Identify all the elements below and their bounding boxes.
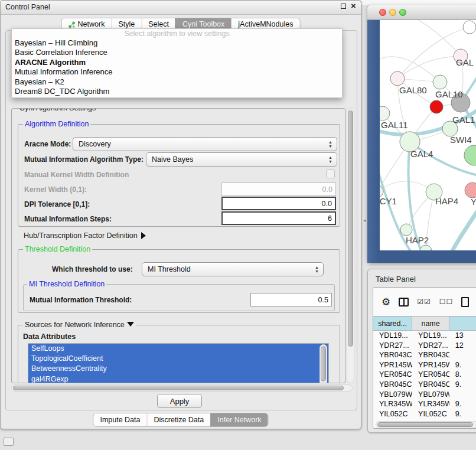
table-row[interactable]: YLR345WYLR345W9. (373, 399, 476, 409)
table-cell: YBR045C (373, 380, 412, 390)
dpi-tolerance-field[interactable] (221, 197, 336, 210)
network-node-label: HAP2 (406, 235, 429, 245)
network-node-label: GAL (456, 57, 474, 67)
algorithm-option[interactable]: Mutual Information Inference (12, 67, 342, 77)
network-node[interactable] (463, 21, 476, 34)
table-cell: YBR043C (412, 350, 449, 360)
table-cell: YBL079W (412, 390, 449, 400)
network-node[interactable] (433, 75, 447, 89)
minimize-traffic-light-icon[interactable] (389, 9, 396, 16)
which-threshold-select[interactable]: MI Threshold ▲▼ (142, 262, 324, 276)
network-node[interactable] (400, 224, 412, 236)
data-attribute-item[interactable]: TopologicalCoefficient (28, 354, 328, 364)
network-window-frame: GALGAL80GAL10GAL1GAL11SWI4GAL4GCY1HAP4YH… (367, 20, 476, 263)
algorithm-option[interactable]: ARACNE Algorithm (12, 58, 342, 67)
gear-icon[interactable]: ⚙ (382, 296, 390, 308)
settings-vertical-scrollbar[interactable] (347, 108, 354, 383)
table-horizontal-scrollbar[interactable] (376, 421, 476, 428)
table-cell: YDL19... (412, 331, 449, 341)
network-node[interactable] (465, 182, 476, 198)
table-cell: YBR045C (412, 380, 449, 390)
network-node[interactable] (390, 71, 405, 86)
algorithm-option[interactable]: Dream8 DC_TDC Algorithm (12, 87, 342, 96)
table-row[interactable]: YBR045CYBR045C9. (373, 380, 476, 390)
new-table-icon[interactable] (461, 297, 469, 307)
table-cell: YLR345W (373, 399, 412, 409)
manual-kernel-checkbox[interactable] (326, 169, 335, 178)
deselect-all-columns-icon[interactable]: ☐☐ (439, 298, 454, 306)
mi-type-label: Mutual Information Algorithm Type: (24, 155, 144, 164)
close-traffic-light-icon[interactable] (379, 9, 386, 16)
table-cell: YDR27... (373, 341, 412, 351)
attributes-scrollbar[interactable] (319, 344, 327, 383)
algorithm-dropdown-prompt: Select algorithm to view settings (12, 30, 342, 38)
network-node-label: HAP4 (435, 196, 458, 206)
network-node-label: GAL80 (399, 85, 427, 95)
float-window-icon[interactable] (341, 4, 346, 9)
kernel-width-field[interactable] (221, 182, 336, 196)
table-row[interactable]: YBR043CYBR043C (373, 350, 476, 360)
column-header[interactable]: name (412, 316, 449, 331)
table-panel-window: Table Panel ⚙ ☑☑ ☐☐ shared...name YDL19.… (367, 269, 476, 433)
apply-button[interactable]: Apply (157, 394, 202, 408)
network-canvas[interactable]: GALGAL80GAL10GAL1GAL11SWI4GAL4GCY1HAP4YH… (380, 20, 476, 250)
algorithm-definition-title: Algorithm Definition (23, 120, 90, 128)
close-icon[interactable]: ✕ (351, 4, 356, 9)
network-window-titlebar (367, 5, 476, 20)
table-cell: YIL052C (373, 409, 412, 419)
table-cell: 9. (449, 360, 476, 370)
table-cell (449, 350, 476, 360)
select-all-columns-icon[interactable]: ☑☑ (417, 298, 431, 306)
network-node-label: GCY1 (380, 196, 397, 206)
table-cell: YIL052C (412, 409, 449, 419)
mi-steps-label: Mutual Information Steps: (24, 215, 112, 223)
zoom-traffic-light-icon[interactable] (399, 9, 406, 16)
data-attributes-label: Data Attributes (23, 332, 76, 341)
tab-impute-data[interactable]: Impute Data (93, 413, 146, 426)
minimized-panel-icon[interactable] (4, 438, 14, 446)
column-header[interactable] (449, 316, 476, 331)
network-icon (69, 21, 76, 28)
network-node-label: GAL11 (381, 120, 408, 130)
network-node[interactable] (464, 145, 476, 165)
panel-collapse-arrow-icon[interactable]: ◂ (363, 217, 366, 223)
dpi-tolerance-label: DPI Tolerance [0,1]: (24, 200, 90, 208)
mi-steps-field[interactable] (221, 211, 336, 225)
data-attribute-item[interactable]: SelfLoops (28, 344, 328, 354)
data-attribute-item[interactable]: gal4RGexp (28, 374, 328, 383)
network-node-label: SWI4 (450, 135, 472, 145)
mi-threshold-label: Mutual Information Threshold: (30, 296, 132, 304)
aracne-mode-select[interactable]: Discovery ▲▼ (73, 137, 337, 151)
network-view-window: GALGAL80GAL10GAL1GAL11SWI4GAL4GCY1HAP4YH… (367, 5, 476, 263)
network-node[interactable] (420, 245, 432, 250)
which-threshold-label: Which threshold to use: (52, 265, 133, 273)
network-node[interactable] (380, 106, 390, 120)
mi-type-select[interactable]: Naive Bayes ▲▼ (146, 152, 337, 167)
table-cell: YDR27... (412, 341, 449, 351)
table-row[interactable]: YDL19...YDL19...13 (373, 331, 476, 341)
tab-infer-network[interactable]: Infer Network (210, 413, 268, 426)
hub-definition-toggle[interactable]: Hub/Transcription Factor Definition (24, 231, 146, 240)
algorithm-option[interactable]: Basic Correlation Inference (12, 48, 342, 57)
mi-threshold-field[interactable] (250, 293, 332, 306)
table-cell: YDL19... (373, 331, 412, 341)
settings-horizontal-scrollbar[interactable] (11, 384, 353, 392)
split-view-icon[interactable] (399, 298, 409, 306)
control-panel-window: Control Panel ✕ NetworkStyleSelectCyni T… (0, 0, 361, 429)
algorithm-option[interactable]: Bayesian – K2 (12, 77, 342, 87)
table-row[interactable]: YIL052CYIL052C9. (373, 409, 476, 419)
algorithm-option[interactable]: Bayesian – Hill Climbing (12, 38, 342, 48)
data-attribute-item[interactable]: BetweennessCentrality (28, 364, 328, 374)
sources-group-title[interactable]: Sources for Network Inference (23, 321, 136, 329)
table-row[interactable]: YDR27...YDR27...12 (373, 341, 476, 351)
column-header[interactable]: shared... (373, 316, 412, 331)
network-node[interactable] (430, 100, 443, 113)
table-row[interactable]: YER054CYER054C8. (373, 370, 476, 380)
table-row[interactable]: YPR145WYPR145W9. (373, 360, 476, 370)
tab-discretize-data[interactable]: Discretize Data (147, 413, 211, 426)
table-cell: 9. (449, 399, 476, 409)
spinner-arrows-icon: ▲▼ (314, 265, 319, 274)
table-cell: 9. (449, 380, 476, 390)
table-cell: 12 (449, 341, 476, 351)
table-row[interactable]: YBL079WYBL079W (373, 390, 476, 400)
